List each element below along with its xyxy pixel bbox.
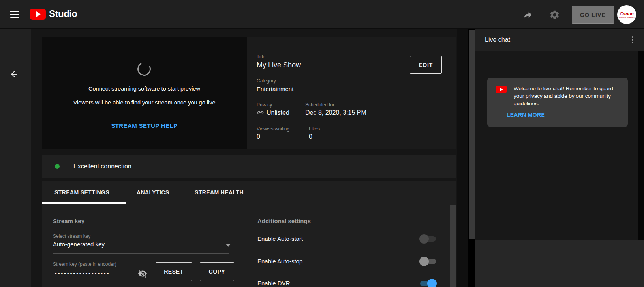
link-icon bbox=[257, 109, 264, 116]
live-chat-body: Welcome to live chat! Remember to guard … bbox=[475, 51, 644, 240]
stream-key-select[interactable]: Auto-generated key bbox=[53, 241, 105, 248]
title-label: Title bbox=[257, 54, 265, 60]
select-stream-key-label: Select stream key bbox=[53, 233, 90, 239]
copy-button[interactable]: COPY bbox=[200, 262, 234, 281]
top-bar: Studio GO LIVE Canon Delighting You Alwa… bbox=[0, 0, 644, 29]
chat-welcome-text: Welcome to live chat! Remember to guard … bbox=[514, 85, 624, 107]
live-chat-footer bbox=[475, 240, 644, 287]
live-chat-header: Live chat bbox=[475, 29, 644, 51]
chevron-down-icon[interactable] bbox=[225, 244, 231, 247]
studio-brand: Studio bbox=[49, 8, 77, 19]
back-arrow-icon[interactable] bbox=[9, 69, 19, 79]
more-vert-icon[interactable] bbox=[629, 36, 636, 43]
preview-message: Connect streaming software to start prev… bbox=[42, 86, 247, 92]
chat-scrollbar-thumb[interactable] bbox=[469, 30, 475, 239]
active-tab-underline bbox=[42, 202, 126, 204]
category-value: Entertainment bbox=[257, 86, 293, 92]
stream-title: My Live Show bbox=[257, 61, 301, 69]
avatar-tagline: Delighting You Always bbox=[619, 16, 634, 18]
youtube-icon bbox=[496, 86, 507, 93]
likes-value: 0 bbox=[309, 133, 312, 140]
youtube-logo-icon[interactable] bbox=[30, 9, 46, 20]
live-chat-panel: Live chat Welcome to live chat! Remember… bbox=[475, 29, 644, 287]
key-underline bbox=[53, 281, 148, 281]
menu-icon[interactable] bbox=[10, 11, 19, 18]
stream-key-field-label: Stream key (paste in encoder) bbox=[53, 261, 116, 267]
scheduled-value: Dec 8, 2020, 3:15 PM bbox=[305, 109, 366, 116]
connection-status-text: Excellent connection bbox=[73, 163, 131, 170]
chat-body-scroll-edge bbox=[638, 51, 644, 240]
gear-icon[interactable] bbox=[549, 9, 560, 20]
enable-auto-stop-label: Enable Auto-stop bbox=[257, 258, 302, 265]
tab-stream-health[interactable]: STREAM HEALTH bbox=[195, 189, 244, 196]
viewers-waiting-label: Viewers waiting bbox=[257, 126, 289, 132]
avatar-brand-text: Canon bbox=[620, 11, 634, 16]
panel-gutter bbox=[457, 29, 468, 287]
main-scrollbar-thumb[interactable] bbox=[450, 205, 456, 287]
go-live-button[interactable]: GO LIVE bbox=[572, 6, 614, 24]
edit-button[interactable]: EDIT bbox=[410, 56, 442, 74]
auto-stop-toggle[interactable] bbox=[420, 259, 436, 264]
enable-auto-start-label: Enable Auto-start bbox=[257, 235, 303, 242]
privacy-label: Privacy bbox=[257, 102, 272, 108]
scheduled-label: Scheduled for bbox=[305, 102, 334, 108]
loading-spinner bbox=[136, 61, 153, 78]
select-underline bbox=[53, 253, 229, 254]
auto-start-toggle[interactable] bbox=[420, 236, 436, 242]
stream-preview: Connect streaming software to start prev… bbox=[42, 37, 247, 149]
privacy-value-row: Unlisted bbox=[257, 109, 289, 116]
tab-analytics[interactable]: ANALYTICS bbox=[137, 189, 169, 196]
preview-submessage: Viewers will be able to find your stream… bbox=[42, 99, 247, 106]
connection-status-dot bbox=[55, 164, 60, 169]
tab-stream-settings[interactable]: STREAM SETTINGS bbox=[54, 189, 109, 196]
stream-setup-help-link[interactable]: STREAM SETUP HELP bbox=[42, 122, 247, 129]
viewers-waiting-value: 0 bbox=[257, 133, 260, 140]
category-label: Category bbox=[257, 78, 276, 84]
masked-stream-key: •••••••••••••••••• bbox=[55, 270, 110, 276]
left-sidebar: ! bbox=[0, 29, 31, 287]
chat-welcome-card: Welcome to live chat! Remember to guard … bbox=[487, 78, 628, 127]
stream-key-heading: Stream key bbox=[53, 218, 84, 224]
additional-settings-heading: Additional settings bbox=[257, 218, 311, 224]
visibility-off-icon[interactable] bbox=[138, 269, 147, 278]
stream-settings-card: STREAM SETTINGS ANALYTICS STREAM HEALTH … bbox=[42, 181, 456, 287]
share-icon[interactable] bbox=[522, 9, 533, 20]
privacy-value: Unlisted bbox=[267, 109, 289, 116]
connection-status-bar: Excellent connection bbox=[42, 155, 456, 178]
live-chat-title: Live chat bbox=[485, 36, 510, 43]
enable-dvr-label: Enable DVR bbox=[257, 280, 290, 287]
likes-label: Likes bbox=[309, 126, 320, 132]
dvr-toggle[interactable] bbox=[420, 281, 436, 286]
learn-more-link[interactable]: LEARN MORE bbox=[507, 112, 624, 118]
stream-details-panel: Title My Live Show EDIT Category Enterta… bbox=[247, 37, 456, 149]
account-avatar[interactable]: Canon Delighting You Always bbox=[617, 5, 636, 24]
reset-button[interactable]: RESET bbox=[156, 262, 192, 281]
